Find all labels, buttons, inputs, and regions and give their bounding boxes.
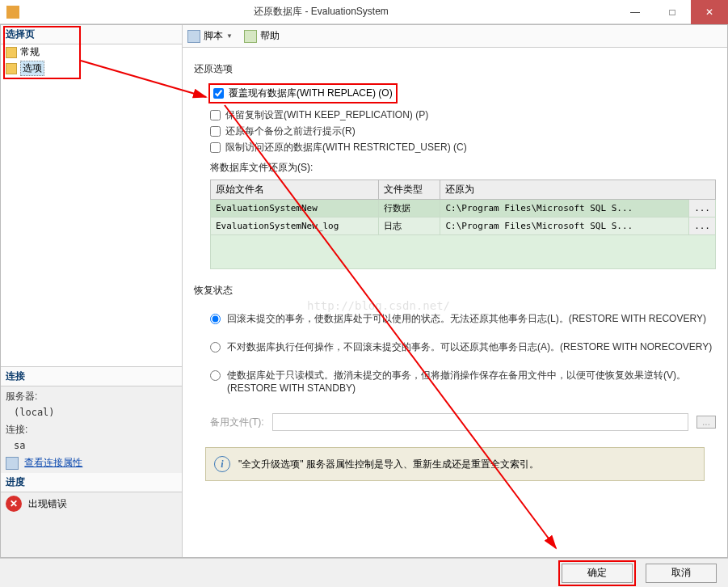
info-text: "全文升级选项" 服务器属性控制是导入、重新生成还是重置全文索引。 bbox=[238, 458, 539, 471]
content: 还原选项 覆盖现有数据库(WITH REPLACE) (O) 保留复制设置(WI… bbox=[183, 48, 727, 557]
left-panel: 选择页 常规 选项 连接 服务器: (local) 连接: sa 查看连接属性 … bbox=[1, 25, 183, 557]
window-title: 还原数据库 - EvaluationSystem bbox=[26, 5, 616, 19]
minimize-button[interactable]: — bbox=[616, 0, 654, 24]
titlebar: 还原数据库 - EvaluationSystem — □ ✕ bbox=[0, 0, 728, 24]
restricted-checkbox[interactable] bbox=[210, 142, 221, 153]
cancel-button[interactable]: 取消 bbox=[646, 564, 717, 583]
restricted-label: 限制访问还原的数据库(WITH RESTRICTED_USER) (C) bbox=[225, 141, 467, 154]
recovery-label-recovery: 回滚未提交的事务，使数据库处于可以使用的状态。无法还原其他事务日志(L)。(RE… bbox=[227, 312, 716, 326]
recovery-state-title: 恢复状态 bbox=[194, 284, 716, 298]
recovery-radios: 回滚未提交的事务，使数据库处于可以使用的状态。无法还原其他事务日志(L)。(RE… bbox=[210, 312, 716, 394]
server-icon bbox=[6, 457, 19, 470]
server-value: (local) bbox=[14, 407, 177, 418]
annotation-box-tree bbox=[3, 26, 81, 79]
conn-label: 连接: bbox=[6, 423, 177, 437]
help-icon bbox=[244, 30, 257, 43]
cell-filetype: 日志 bbox=[378, 217, 440, 235]
ok-highlight: 确定 bbox=[558, 560, 636, 586]
recovery-label-standby: 使数据库处于只读模式。撤消未提交的事务，但将撤消操作保存在备用文件中，以便可使恢… bbox=[227, 369, 716, 394]
view-connection-properties[interactable]: 查看连接属性 bbox=[6, 456, 177, 470]
standby-file-input bbox=[272, 413, 688, 431]
prompt-label: 还原每个备份之前进行提示(R) bbox=[225, 125, 356, 138]
info-icon: i bbox=[214, 456, 230, 472]
browse-button[interactable]: ... bbox=[689, 200, 716, 217]
standby-file-row: 备用文件(T): ... bbox=[210, 413, 716, 431]
cell-path: C:\Program Files\Microsoft SQL S... bbox=[440, 217, 689, 235]
recovery-radio-standby[interactable] bbox=[210, 370, 221, 381]
recovery-radio-norecovery[interactable] bbox=[210, 342, 221, 353]
close-button[interactable]: ✕ bbox=[691, 0, 728, 24]
progress-header: 进度 bbox=[1, 473, 182, 492]
page-tree: 常规 选项 bbox=[1, 44, 182, 367]
browse-button[interactable]: ... bbox=[689, 217, 716, 235]
cell-filetype: 行数据 bbox=[378, 200, 440, 217]
cell-path: C:\Program Files\Microsoft SQL S... bbox=[440, 200, 689, 217]
table-row[interactable]: EvaluationSystemNew_log 日志 C:\Program Fi… bbox=[211, 217, 716, 235]
standby-browse-button: ... bbox=[696, 416, 716, 429]
toolbar: 脚本 ▼ 帮助 bbox=[183, 25, 727, 48]
watermark: http://blog.csdn.net/ bbox=[307, 299, 450, 312]
error-icon: ✕ bbox=[6, 496, 22, 512]
maximize-button[interactable]: □ bbox=[654, 0, 691, 24]
recovery-radio-recovery[interactable] bbox=[210, 314, 221, 324]
col-file-type[interactable]: 文件类型 bbox=[378, 180, 440, 200]
conn-value: sa bbox=[14, 440, 177, 451]
body: 选择页 常规 选项 连接 服务器: (local) 连接: sa 查看连接属性 … bbox=[0, 24, 728, 558]
script-icon bbox=[187, 30, 200, 43]
right-panel: 脚本 ▼ 帮助 还原选项 覆盖现有数据库(WITH REPLACE) (O) 保… bbox=[183, 25, 727, 557]
restore-as-label: 将数据库文件还原为(S): bbox=[210, 161, 716, 175]
script-button[interactable]: 脚本 bbox=[204, 29, 223, 43]
overwrite-option-highlight: 覆盖现有数据库(WITH REPLACE) (O) bbox=[208, 83, 398, 103]
restore-options-title: 还原选项 bbox=[194, 62, 716, 76]
db-icon bbox=[6, 6, 19, 19]
footer: 确定 取消 bbox=[0, 558, 728, 587]
files-table: 原始文件名 文件类型 还原为 EvaluationSystemNew 行数据 C… bbox=[210, 179, 716, 269]
help-button[interactable]: 帮助 bbox=[260, 29, 280, 43]
window-buttons: — □ ✕ bbox=[616, 0, 728, 24]
overwrite-checkbox[interactable] bbox=[213, 88, 224, 99]
table-blank bbox=[211, 235, 716, 269]
col-restore-as[interactable]: 还原为 bbox=[440, 180, 716, 200]
col-original-filename[interactable]: 原始文件名 bbox=[211, 180, 379, 200]
progress-box: ✕ 出现错误 bbox=[1, 492, 182, 557]
view-props-link[interactable]: 查看连接属性 bbox=[24, 457, 82, 468]
table-row[interactable]: EvaluationSystemNew 行数据 C:\Program Files… bbox=[211, 200, 716, 217]
script-dropdown-icon[interactable]: ▼ bbox=[226, 32, 233, 40]
info-bar: i "全文升级选项" 服务器属性控制是导入、重新生成还是重置全文索引。 bbox=[205, 447, 705, 481]
standby-file-label: 备用文件(T): bbox=[210, 416, 264, 429]
overwrite-label: 覆盖现有数据库(WITH REPLACE) (O) bbox=[229, 87, 393, 100]
connection-header: 连接 bbox=[1, 367, 182, 386]
prompt-checkbox[interactable] bbox=[210, 126, 221, 137]
cell-filename: EvaluationSystemNew_log bbox=[211, 217, 379, 235]
keep-replication-checkbox[interactable] bbox=[210, 110, 221, 120]
cell-filename: EvaluationSystemNew bbox=[211, 200, 379, 217]
error-text: 出现错误 bbox=[28, 497, 67, 511]
server-label: 服务器: bbox=[6, 390, 177, 403]
connection-box: 服务器: (local) 连接: sa 查看连接属性 bbox=[1, 386, 182, 473]
ok-button[interactable]: 确定 bbox=[562, 564, 633, 583]
keep-replication-label: 保留复制设置(WITH KEEP_REPLICATION) (P) bbox=[225, 108, 428, 122]
recovery-label-norecovery: 不对数据库执行任何操作，不回滚未提交的事务。可以还原其他事务日志(A)。(RES… bbox=[227, 340, 716, 354]
